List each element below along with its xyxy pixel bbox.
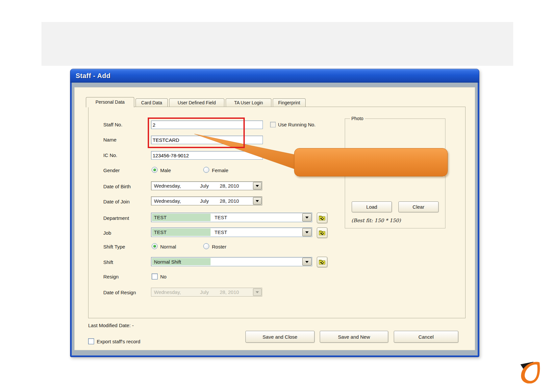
date-of-resign-label: Date of Resign — [103, 290, 150, 296]
department-browse-button[interactable] — [317, 213, 327, 223]
chevron-down-icon — [305, 217, 309, 220]
shift-dropdown-button[interactable] — [302, 258, 312, 266]
dialog-title: Staff - Add — [76, 72, 111, 80]
dialog-body: Personal Data Card Data User Defined Fie… — [74, 87, 475, 350]
dialog-frame: Personal Data Card Data User Defined Fie… — [72, 83, 478, 355]
department-label: Department — [103, 215, 150, 222]
tab-card-data[interactable]: Card Data — [136, 98, 168, 107]
save-and-new-button[interactable]: Save and New — [320, 331, 388, 343]
page: Staff - Add Personal Data Card Data User… — [0, 0, 554, 392]
job-label: Job — [103, 230, 150, 237]
shift-type-label: Shift Type — [103, 244, 150, 250]
gender-male-radio[interactable] — [152, 167, 158, 173]
shift-type-roster-label: Roster — [212, 244, 226, 249]
job-name-text: TEST — [214, 229, 227, 235]
doj-day-year: 28, 2010 — [220, 198, 239, 204]
top-banner — [41, 22, 513, 66]
dor-dropdown-button — [253, 288, 262, 296]
best-fit-note: (Best fit: 150 * 150) — [351, 218, 401, 223]
chevron-down-icon — [305, 261, 309, 265]
department-name-text: TEST — [214, 215, 227, 220]
department-dropdown-button[interactable] — [302, 213, 312, 222]
date-of-join-label: Date of Join — [103, 199, 150, 205]
tab-personal-data[interactable]: Personal Data — [86, 97, 134, 107]
dob-dropdown-button[interactable] — [253, 182, 262, 190]
cancel-button[interactable]: Cancel — [394, 331, 458, 343]
shift-type-roster-radio[interactable] — [203, 243, 209, 249]
dor-weekday: Wednesday, — [154, 289, 181, 295]
staff-no-label: Staff No. — [103, 122, 150, 128]
date-of-birth-combo[interactable]: Wednesday, July 28, 2010 — [151, 181, 262, 190]
chevron-down-icon — [256, 291, 259, 295]
staff-add-dialog: Staff - Add Personal Data Card Data User… — [70, 69, 479, 357]
last-modified-text: Last Modified Date: - — [88, 323, 134, 328]
tab-user-defined-field[interactable]: User Defined Field — [169, 98, 224, 107]
gender-male-label: Male — [160, 168, 171, 173]
shift-label: Shift — [103, 259, 150, 266]
doj-weekday: Wednesday, — [154, 198, 181, 204]
resign-checkbox-label: No — [160, 274, 166, 279]
gender-label: Gender — [103, 168, 150, 174]
chevron-down-icon — [305, 231, 309, 235]
department-combo[interactable]: TEST TEST — [151, 213, 312, 222]
folder-check-icon — [319, 259, 325, 265]
folder-check-icon — [319, 215, 325, 221]
export-record-checkbox[interactable] — [88, 338, 94, 344]
shift-browse-button[interactable] — [317, 257, 327, 267]
clear-button[interactable]: Clear — [398, 201, 439, 212]
shift-combo[interactable]: Normal Shift — [151, 257, 312, 266]
load-button[interactable]: Load — [352, 201, 392, 212]
export-record-label: Export staff's record — [97, 339, 140, 344]
date-of-birth-label: Date of Birth — [103, 184, 150, 190]
job-code-segment: TEST — [152, 228, 211, 236]
job-browse-button[interactable] — [317, 227, 327, 238]
photo-title: Photo — [350, 116, 365, 121]
highlight-rectangle — [148, 118, 245, 148]
date-of-join-combo[interactable]: Wednesday, July 28, 2010 — [151, 196, 262, 205]
folder-check-icon — [319, 230, 325, 236]
company-logo — [520, 361, 541, 383]
date-of-resign-combo: Wednesday, July 28, 2010 — [151, 288, 262, 297]
job-dropdown-button[interactable] — [302, 228, 312, 236]
dob-month: July — [200, 183, 209, 189]
dob-day-year: 28, 2010 — [220, 183, 239, 189]
save-and-close-button[interactable]: Save and Close — [245, 331, 315, 343]
tab-fingerprint[interactable]: Fingerprint — [273, 98, 306, 107]
doj-month: July — [200, 198, 209, 204]
resign-label: Resign — [103, 274, 150, 280]
callout-box — [294, 148, 448, 176]
shift-type-normal-label: Normal — [160, 244, 176, 249]
dor-day-year: 28, 2010 — [220, 289, 239, 295]
ic-no-label: IC No. — [103, 152, 150, 159]
shift-value-segment: Normal Shift — [152, 258, 211, 265]
resign-checkbox[interactable] — [152, 274, 158, 279]
department-code-segment: TEST — [152, 214, 211, 221]
dob-weekday: Wednesday, — [154, 183, 181, 189]
job-combo[interactable]: TEST TEST — [151, 227, 312, 237]
use-running-no-label: Use Running No. — [278, 122, 315, 127]
chevron-down-icon — [256, 200, 259, 204]
use-running-no-checkbox[interactable] — [270, 122, 276, 127]
name-label: Name — [103, 137, 150, 144]
dor-month: July — [200, 289, 209, 295]
tab-ta-user-login[interactable]: TA User Login — [226, 98, 271, 107]
dialog-titlebar[interactable]: Staff - Add — [70, 69, 479, 83]
shift-type-normal-radio[interactable] — [152, 243, 158, 249]
chevron-down-icon — [256, 185, 259, 189]
doj-dropdown-button[interactable] — [253, 197, 262, 205]
